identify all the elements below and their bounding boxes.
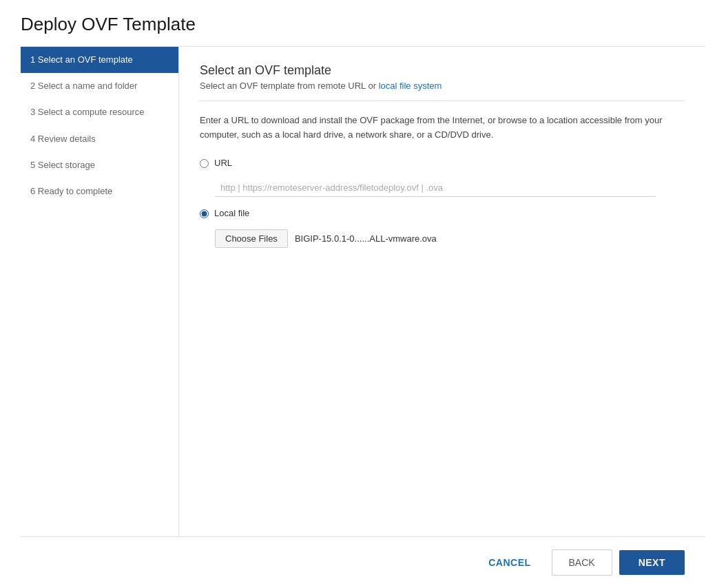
sidebar-item-step2[interactable]: 2 Select a name and folder bbox=[21, 73, 178, 99]
content-title: Select an OVF template bbox=[200, 63, 685, 78]
local-file-system-link[interactable]: local file system bbox=[379, 81, 442, 91]
cancel-button[interactable]: CANCEL bbox=[475, 550, 544, 575]
main-layout: 1 Select an OVF template 2 Select a name… bbox=[21, 46, 705, 536]
url-input-row bbox=[215, 179, 685, 197]
url-label[interactable]: URL bbox=[214, 158, 232, 168]
sidebar-item-step5[interactable]: 5 Select storage bbox=[21, 152, 178, 178]
choose-files-button[interactable]: Choose Files bbox=[215, 229, 288, 248]
content-area: Select an OVF template Select an OVF tem… bbox=[179, 47, 705, 536]
radio-group: URL Local file Choose Files BIGIP-15.0.1… bbox=[200, 158, 685, 248]
sidebar-item-step3[interactable]: 3 Select a compute resource bbox=[21, 99, 178, 125]
url-input[interactable] bbox=[215, 179, 656, 197]
next-button[interactable]: NEXT bbox=[619, 550, 685, 575]
sidebar-item-step1[interactable]: 1 Select an OVF template bbox=[21, 47, 178, 73]
sidebar: 1 Select an OVF template 2 Select a name… bbox=[21, 47, 179, 536]
content-subtitle: Select an OVF template from remote URL o… bbox=[200, 81, 685, 91]
page-container: Deploy OVF Template 1 Select an OVF temp… bbox=[0, 0, 726, 588]
description-text: Enter a URL to download and install the … bbox=[200, 114, 668, 143]
back-button[interactable]: BACK bbox=[552, 549, 612, 576]
content-divider bbox=[200, 101, 685, 101]
sidebar-item-step6[interactable]: 6 Ready to complete bbox=[21, 178, 178, 204]
url-option: URL bbox=[200, 158, 685, 168]
local-file-radio[interactable] bbox=[200, 209, 209, 218]
page-title: Deploy OVF Template bbox=[21, 14, 705, 35]
local-file-row: Choose Files BIGIP-15.0.1-0......ALL-vmw… bbox=[215, 229, 685, 248]
sidebar-item-step4[interactable]: 4 Review details bbox=[21, 126, 178, 152]
chosen-filename: BIGIP-15.0.1-0......ALL-vmware.ova bbox=[295, 233, 437, 244]
url-radio[interactable] bbox=[200, 159, 209, 168]
footer: CANCEL BACK NEXT bbox=[21, 536, 705, 588]
local-file-option: Local file bbox=[200, 208, 685, 218]
local-file-label[interactable]: Local file bbox=[214, 208, 249, 218]
